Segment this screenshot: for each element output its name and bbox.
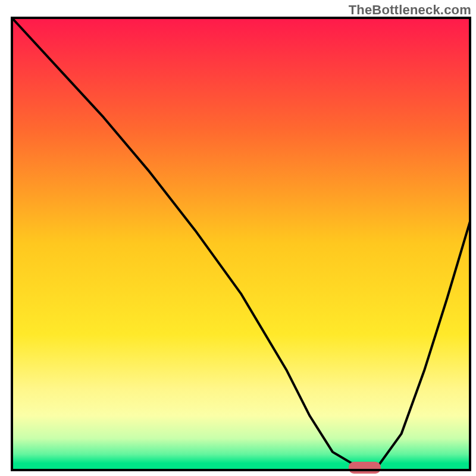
chart-background	[12, 18, 470, 470]
attribution-text: TheBottleneck.com	[349, 2, 471, 18]
bottleneck-chart	[0, 0, 476, 476]
optimal-marker	[349, 462, 381, 474]
